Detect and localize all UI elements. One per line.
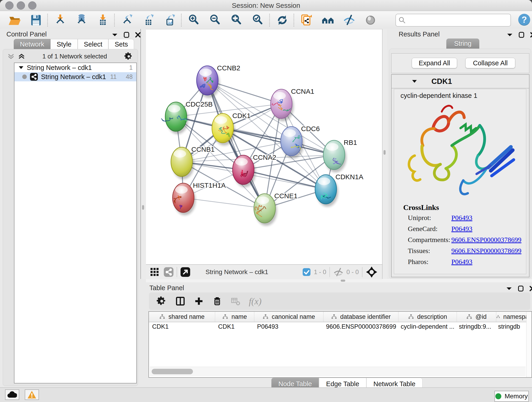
network-from-selection-icon[interactable] — [299, 13, 314, 27]
hidden-eye-slash-icon[interactable] — [333, 268, 344, 277]
panel-collapse-icon[interactable] — [112, 32, 118, 37]
right-splitter[interactable] — [382, 29, 388, 279]
table-cell[interactable]: cyclin-dependent ... — [398, 322, 456, 332]
table-cell[interactable]: stringdb:9... — [456, 322, 495, 332]
tab-select[interactable]: Select — [78, 39, 109, 49]
network-node-CCNE1[interactable] — [254, 194, 275, 223]
show-columns-icon[interactable] — [175, 296, 186, 306]
panel-close-icon[interactable] — [135, 32, 141, 38]
network-options-gear-icon[interactable] — [124, 52, 133, 61]
table-settings-icon[interactable] — [157, 296, 167, 306]
network-node-HIST1H1A[interactable] — [172, 183, 194, 212]
network-collection-row[interactable]: String Network – cdk1 1 — [14, 63, 136, 72]
add-column-icon[interactable] — [194, 296, 204, 306]
fit-selected-crosshair-icon[interactable] — [366, 266, 378, 278]
zoom-in-icon[interactable] — [187, 13, 201, 27]
column-header-shared-name[interactable]: shared name — [149, 312, 215, 322]
entry-expander-icon[interactable] — [412, 79, 417, 84]
zoom-fit-icon[interactable] — [229, 13, 244, 27]
column-header-name[interactable]: name — [215, 312, 254, 322]
splitter-grip[interactable] — [142, 205, 144, 210]
zoom-selected-icon[interactable] — [251, 13, 265, 27]
gene-entry-header[interactable]: CDK1 — [392, 75, 529, 89]
search-box[interactable] — [395, 14, 511, 27]
table-cell[interactable]: CDK1 — [149, 322, 215, 332]
hide-selection-icon[interactable] — [342, 13, 356, 27]
show-all-icon[interactable] — [363, 13, 378, 27]
save-session-icon[interactable] — [29, 13, 43, 27]
splitter-grip[interactable] — [341, 280, 345, 282]
panel-close-icon[interactable] — [530, 286, 532, 291]
table-row[interactable]: CDK1CDK1P064939606.ENSP00000378699cyclin… — [149, 322, 532, 332]
zoom-out-icon[interactable] — [208, 13, 223, 27]
birdseye-grid-icon[interactable] — [150, 268, 159, 277]
table-column-header[interactable]: shared namenamecanonical namedatabase id… — [149, 312, 532, 322]
column-header-database-identifier[interactable]: database identifier — [323, 312, 399, 322]
network-node-CDC6[interactable] — [281, 127, 302, 156]
table-cell[interactable]: P06493 — [254, 322, 323, 332]
export-image-icon[interactable] — [162, 13, 177, 27]
function-builder-icon[interactable]: f(x) — [249, 296, 262, 307]
collapse-all-networks-icon[interactable] — [7, 53, 14, 60]
cloud-status-button[interactable] — [5, 389, 19, 400]
export-table-icon[interactable] — [141, 13, 156, 27]
network-row[interactable]: String Network – cdk1 11 48 — [14, 72, 136, 81]
panel-collapse-icon[interactable] — [506, 286, 512, 291]
tab-sets[interactable]: Sets — [108, 39, 134, 49]
search-input[interactable] — [408, 15, 510, 25]
open-in-window-icon[interactable] — [180, 267, 190, 277]
crosslink-link[interactable]: P06493 — [451, 258, 472, 266]
help-button[interactable]: ? — [518, 14, 530, 26]
network-node-CCNB1[interactable] — [171, 147, 192, 177]
memory-button[interactable]: Memory — [494, 391, 529, 402]
panel-float-icon[interactable] — [124, 32, 129, 38]
crosslink-link[interactable]: 9606.ENSP00000378699 — [451, 247, 521, 255]
tab-style[interactable]: Style — [51, 39, 77, 49]
import-table-file-icon[interactable] — [95, 13, 110, 27]
tab-network[interactable]: Network — [14, 39, 51, 49]
network-node-RB1[interactable] — [323, 140, 345, 170]
network-node-CCNA2[interactable] — [233, 155, 254, 185]
tab-string[interactable]: String — [446, 38, 479, 49]
column-header--id[interactable]: @id — [457, 312, 496, 322]
network-node-CCNB2[interactable] — [196, 66, 218, 95]
selected-checkbox-icon[interactable] — [302, 268, 311, 276]
delete-table-icon[interactable] — [230, 296, 241, 306]
network-node-CDC25B[interactable] — [161, 102, 188, 131]
vertical-scrollbar[interactable] — [526, 312, 532, 377]
crosslink-link[interactable]: P06493 — [451, 225, 472, 233]
collapse-all-button[interactable]: Collapse All — [465, 58, 515, 68]
network-canvas[interactable]: CCNB2CCNA1CDC25BCDK1CDC6RB1CCNB1CCNA2CDK… — [146, 29, 382, 264]
table-cell[interactable]: 9606.ENSP00000378699 — [323, 322, 398, 332]
horizontal-splitter[interactable] — [146, 279, 532, 282]
network-node-CDKN1A[interactable] — [315, 175, 336, 204]
panel-collapse-icon[interactable] — [507, 32, 513, 37]
refresh-view-icon[interactable] — [275, 13, 290, 27]
tree-expander-icon[interactable] — [19, 65, 24, 70]
horizontal-scrollbar[interactable] — [150, 367, 526, 376]
column-header-description[interactable]: description — [399, 312, 457, 322]
crosslinks-title: CrossLinks — [403, 203, 439, 212]
network-node-CDK1[interactable] — [212, 114, 234, 143]
first-neighbors-icon[interactable] — [321, 13, 335, 27]
export-network-icon[interactable] — [120, 13, 134, 27]
left-splitter[interactable] — [140, 29, 146, 279]
expand-all-networks-icon[interactable] — [18, 53, 25, 60]
splitter-grip[interactable] — [384, 150, 386, 155]
table-cell[interactable]: CDK1 — [215, 322, 254, 332]
panel-float-icon[interactable] — [518, 286, 524, 292]
expand-all-button[interactable]: Expand All — [412, 58, 457, 68]
crosslink-link[interactable]: 9606.ENSP00000378699 — [451, 236, 521, 244]
crosslink-link[interactable]: P06493 — [451, 214, 472, 222]
network-overview-icon[interactable] — [164, 267, 173, 277]
panel-close-icon[interactable] — [530, 32, 532, 38]
scrollbar-thumb[interactable] — [152, 369, 193, 374]
import-network-file-icon[interactable] — [53, 13, 68, 27]
network-node-CCNA1[interactable] — [271, 89, 292, 119]
import-network-database-icon[interactable] — [74, 13, 89, 27]
open-session-icon[interactable] — [7, 13, 22, 27]
panel-float-icon[interactable] — [519, 32, 524, 38]
warning-status-button[interactable] — [25, 389, 39, 400]
column-header-canonical-name[interactable]: canonical name — [254, 312, 323, 322]
delete-column-icon[interactable] — [212, 296, 222, 306]
